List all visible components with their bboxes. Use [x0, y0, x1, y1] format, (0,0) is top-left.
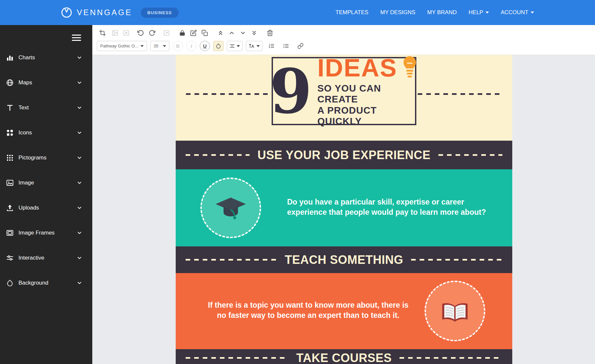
toolbar-row-objects — [97, 27, 276, 39]
align-center-icon — [229, 43, 235, 49]
dashed-line — [186, 259, 277, 261]
nav-templates[interactable]: TEMPLATES — [336, 9, 369, 16]
lock-button[interactable] — [177, 27, 188, 39]
move-up-button[interactable] — [226, 27, 237, 39]
delete-button[interactable] — [264, 27, 276, 39]
chevron-down-icon — [256, 45, 260, 47]
dashed-line — [186, 357, 288, 359]
image-icon — [5, 178, 15, 187]
toolbar-row-text: Pathway Gothic O... 35 B I U A 123 — [97, 41, 306, 51]
duplicate-button[interactable] — [199, 27, 210, 39]
sidebar-item-label: Interactive — [18, 255, 76, 261]
title-box[interactable]: 9 IDEAS — [272, 57, 416, 125]
text-icon — [5, 103, 15, 112]
dashed-line — [400, 357, 502, 359]
band-heading-section: TEACH SOMETHING — [176, 246, 512, 273]
resize-button[interactable] — [161, 27, 172, 39]
font-family-select[interactable]: Pathway Gothic O... — [97, 41, 147, 51]
teal-body-text[interactable]: Do you have a particular skill, expertis… — [287, 197, 486, 217]
text-align-select[interactable] — [227, 41, 243, 51]
bold-button[interactable]: B — [173, 41, 183, 51]
chevron-down-icon — [76, 130, 82, 136]
nav-my-designs[interactable]: MY DESIGNS — [380, 9, 415, 16]
remove-image-button[interactable] — [121, 27, 132, 39]
brand-group: VENNGAGE BUSINESS — [61, 7, 179, 18]
nav-my-brand[interactable]: MY BRAND — [427, 9, 457, 16]
bring-to-front-button[interactable] — [215, 27, 226, 39]
body-line2: experience that people would pay to lear… — [287, 207, 486, 217]
bullet-list-button[interactable] — [280, 41, 291, 51]
chevron-down-icon — [237, 45, 240, 47]
body-line2: no faster way to become an expert than t… — [208, 310, 408, 321]
subtitle-line1: SO YOU CAN CREATE — [317, 83, 418, 105]
editor-toolbar: Pathway Gothic O... 35 B I U A 123 — [92, 25, 595, 55]
sidebar-item-interactive[interactable]: Interactive — [0, 245, 92, 270]
chevron-down-icon — [76, 280, 82, 286]
subtitle-line2: A PRODUCT QUICKLY — [317, 105, 418, 127]
crop-button[interactable] — [97, 27, 108, 39]
nav-help[interactable]: HELP — [469, 9, 489, 16]
title-column: IDEAS — [317, 55, 418, 127]
sidebar-item-label: Image — [18, 180, 76, 186]
sidebar-item-charts[interactable]: Charts — [0, 45, 92, 70]
dot-grid-icon — [5, 153, 15, 162]
title-number: 9 — [270, 67, 312, 116]
band-heading-section: USE YOUR JOB EXPERIENCE — [176, 141, 512, 169]
nav-account[interactable]: ACCOUNT — [501, 9, 534, 16]
sidebar-item-label: Image Frames — [18, 230, 76, 236]
chevron-down-icon — [76, 55, 82, 61]
dashed-line — [418, 93, 502, 95]
font-size-select[interactable]: 35 — [150, 41, 169, 51]
menu-icon[interactable] — [72, 33, 81, 42]
chevron-down-icon — [163, 45, 166, 47]
sidebar-item-uploads[interactable]: Uploads — [0, 195, 92, 220]
sidebar-item-text[interactable]: Text — [0, 95, 92, 120]
sidebar-item-background[interactable]: Background — [0, 270, 92, 295]
orange-body-text[interactable]: If there is a topic you want to know mor… — [208, 300, 408, 321]
sidebar-item-label: Background — [18, 280, 76, 286]
nav-templates-label: TEMPLATES — [336, 9, 369, 16]
sidebar-item-pictograms[interactable]: Pictograms — [0, 145, 92, 170]
dashed-line — [411, 259, 502, 261]
send-to-back-button[interactable] — [249, 27, 260, 39]
design-canvas[interactable]: 9 IDEAS — [92, 55, 595, 364]
edit-button[interactable] — [188, 27, 199, 39]
sidebar-item-icons[interactable]: Icons — [0, 120, 92, 145]
svg-text:3: 3 — [269, 46, 270, 48]
section-heading[interactable]: TAKE COURSES — [296, 351, 392, 364]
link-button[interactable] — [295, 41, 306, 51]
droplet-icon — [5, 278, 15, 288]
text-spacing-select[interactable]: A — [246, 41, 262, 51]
frame-icon — [5, 228, 15, 238]
sidebar-item-image[interactable]: Image — [0, 170, 92, 195]
replace-image-button[interactable] — [109, 27, 121, 39]
redo-button[interactable] — [146, 27, 158, 39]
text-color-button[interactable] — [213, 41, 223, 51]
dashed-line — [186, 93, 270, 95]
graduation-cap-badge[interactable] — [200, 178, 261, 238]
chevron-down-icon — [76, 155, 82, 161]
graduation-cap-icon — [214, 191, 248, 225]
business-badge[interactable]: BUSINESS — [141, 8, 178, 18]
underline-button[interactable]: U — [200, 41, 210, 51]
nav-my-brand-label: MY BRAND — [427, 9, 457, 16]
top-nav: TEMPLATES MY DESIGNS MY BRAND HELP ACCOU… — [336, 9, 534, 16]
open-book-badge[interactable] — [425, 281, 485, 341]
sidebar-item-label: Pictograms — [18, 154, 76, 161]
italic-button[interactable]: I — [186, 41, 196, 51]
sidebar-item-maps[interactable]: Maps — [0, 70, 92, 95]
venngage-logo-icon[interactable] — [61, 7, 72, 18]
section-heading[interactable]: TEACH SOMETHING — [285, 253, 403, 267]
sidebar-item-label: Icons — [18, 129, 76, 136]
move-down-button[interactable] — [237, 27, 249, 39]
nav-account-label: ACCOUNT — [501, 9, 528, 16]
sidebar-item-label: Maps — [18, 79, 76, 86]
undo-button[interactable] — [135, 27, 146, 39]
chevron-down-icon — [76, 205, 82, 211]
sidebar-item-image-frames[interactable]: Image Frames — [0, 220, 92, 245]
body-line1: Do you have a particular skill, expertis… — [287, 197, 486, 207]
section-heading[interactable]: USE YOUR JOB EXPERIENCE — [257, 148, 431, 162]
svg-text:A: A — [251, 44, 254, 49]
sliders-icon — [5, 253, 15, 263]
ordered-list-button[interactable]: 123 — [266, 41, 277, 51]
